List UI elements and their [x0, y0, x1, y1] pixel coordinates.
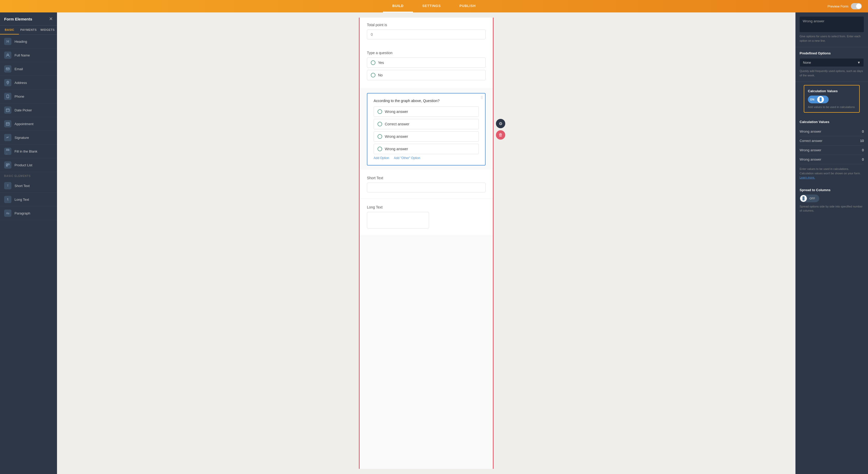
dropdown-chevron-icon: ▼	[857, 61, 861, 64]
sidebar-title: Form Elements	[4, 17, 32, 21]
calc-row-1-value[interactable]: 10	[860, 139, 864, 143]
radio-yes[interactable]	[371, 60, 375, 65]
sidebar-item-label: Phone	[14, 95, 24, 98]
email-icon	[4, 65, 11, 72]
calc-values-highlighted-wrapper: Calculation Values ON Add values to be u…	[796, 82, 868, 116]
sidebar-item-label: Appointment	[14, 122, 33, 126]
gear-button[interactable]: ⚙	[496, 119, 505, 128]
spread-toggle[interactable]: OFF	[800, 194, 819, 202]
sidebar-item-appointment[interactable]: Appointment	[0, 117, 57, 131]
tab-publish[interactable]: PUBLISH	[450, 0, 485, 12]
sidebar-item-shorttext[interactable]: T Short Text	[0, 179, 57, 193]
sidebar-close-button[interactable]: ✕	[49, 16, 53, 22]
top-nav: BUILD SETTINGS PUBLISH Preview Form	[0, 0, 868, 12]
calc-row-0-label: Wrong answer	[800, 129, 822, 133]
svg-point-2	[7, 82, 8, 83]
longtext-icon: ¶	[4, 196, 11, 203]
paragraph-icon: Aa	[4, 210, 11, 217]
calc-row-1-label: Correct answer	[800, 139, 823, 143]
sidebar-tabs: BASIC PAYMENTS WIDGETS	[0, 26, 57, 35]
calc-row-3-value[interactable]: 0	[862, 157, 864, 161]
spread-helper: Spread options side by side into specifi…	[800, 204, 864, 213]
sidebar-item-fullname[interactable]: Full Name	[0, 49, 57, 62]
tab-build[interactable]: BUILD	[383, 0, 413, 12]
long-text-textarea[interactable]	[367, 212, 429, 228]
short-text-input[interactable]	[367, 183, 486, 192]
radio-wrong-3[interactable]	[377, 147, 382, 151]
form-canvas-area: Total point is Type a question Yes No Ac…	[57, 12, 796, 474]
delete-button[interactable]: 🗑	[496, 130, 505, 139]
calc-values-title: Calculation Values	[800, 120, 864, 124]
add-option-link[interactable]: Add Option	[374, 156, 389, 160]
option-yes: Yes	[367, 58, 486, 68]
add-other-option-link[interactable]: Add "Other" Option	[394, 156, 420, 160]
calc-row-2-label: Wrong answer	[800, 148, 822, 152]
signature-icon	[4, 134, 11, 141]
radio-wrong-2[interactable]	[377, 134, 382, 139]
nav-tabs: BUILD SETTINGS PUBLISH	[383, 0, 485, 12]
fullname-icon	[4, 52, 11, 59]
sidebar-item-email[interactable]: Email	[0, 62, 57, 76]
sidebar-item-phone[interactable]: Phone	[0, 90, 57, 103]
add-option-row: Add Option Add "Other" Option	[374, 156, 479, 160]
sidebar-item-productlist[interactable]: Product List	[0, 158, 57, 172]
radio-correct[interactable]	[377, 122, 382, 126]
sidebar-item-paragraph[interactable]: Aa Paragraph	[0, 207, 57, 220]
sidebar-item-label: Signature	[14, 136, 29, 139]
predefined-title: Predefined Options	[800, 51, 864, 55]
svg-rect-6	[6, 164, 7, 165]
heading-icon: H	[4, 38, 11, 45]
sidebar-item-longtext[interactable]: ¶ Long Text	[0, 193, 57, 207]
long-text-label: Long Text	[367, 205, 486, 209]
option-yes-label: Yes	[378, 61, 384, 65]
datepicker-icon	[4, 106, 11, 114]
spread-section: Spread to Columns OFF Spread options sid…	[796, 184, 868, 217]
svg-rect-7	[8, 164, 9, 165]
wrong-answer-box[interactable]: Wrong answer	[800, 17, 864, 32]
toggle-knob-on	[817, 96, 824, 103]
sidebar-item-heading[interactable]: H Heading	[0, 35, 57, 49]
aq-option-0: Wrong answer	[374, 106, 479, 117]
total-point-input[interactable]	[367, 30, 486, 39]
phone-icon	[4, 93, 11, 100]
drag-handle[interactable]: ⠿	[480, 96, 483, 100]
predefined-select[interactable]: None ▼	[800, 58, 864, 67]
sidebar-item-address[interactable]: Address	[0, 76, 57, 90]
learn-more-link[interactable]: Learn more.	[800, 176, 815, 179]
svg-rect-8	[6, 165, 7, 166]
toggle-knob	[856, 4, 861, 9]
sidebar-tab-payments[interactable]: PAYMENTS	[19, 26, 38, 34]
sidebar-item-signature[interactable]: Signature	[0, 131, 57, 145]
sidebar-item-label: Long Text	[14, 198, 29, 201]
sidebar-header: Form Elements ✕	[0, 12, 57, 26]
off-label: OFF	[807, 197, 817, 200]
sidebar-item-datepicker[interactable]: Date Picker	[0, 103, 57, 117]
sidebar-item-label: Short Text	[14, 184, 30, 188]
svg-point-3	[7, 97, 8, 98]
sidebar-tab-basic[interactable]: BASIC	[0, 26, 19, 34]
sidebar-item-label: Heading	[14, 40, 27, 43]
add-values-helper: Add values to be used in calculations	[808, 105, 856, 108]
aq-option-0-label: Wrong answer	[385, 109, 408, 114]
tab-settings[interactable]: SETTINGS	[413, 0, 450, 12]
radio-wrong-0[interactable]	[377, 109, 382, 114]
radio-no[interactable]	[371, 73, 375, 77]
calc-values-box-title: Calculation Values	[808, 89, 856, 93]
main-layout: Form Elements ✕ BASIC PAYMENTS WIDGETS H…	[0, 12, 868, 474]
address-icon	[4, 79, 11, 86]
calc-row-0-value[interactable]: 0	[862, 129, 864, 133]
toggle-knob-off	[800, 195, 807, 202]
aq-option-2-label: Wrong answer	[385, 134, 408, 138]
sidebar-item-fillinblank[interactable]: Ab_ Fill in the Blank	[0, 145, 57, 158]
aq-option-1: Correct answer	[374, 119, 479, 129]
right-panel: Wrong answer Give options for users to s…	[796, 12, 868, 474]
aq-option-1-label: Correct answer	[385, 122, 409, 126]
calc-values-toggle[interactable]: ON	[808, 96, 829, 103]
calc-enter-text: Enter values to be used in calculations.…	[800, 167, 864, 180]
preview-toggle[interactable]	[851, 3, 862, 9]
calc-row-2: Wrong answer 0	[800, 146, 864, 155]
calc-values-highlighted-box: Calculation Values ON Add values to be u…	[804, 85, 860, 113]
calc-row-2-value[interactable]: 0	[862, 148, 864, 152]
sidebar-tab-widgets[interactable]: WIDGETS	[38, 26, 57, 34]
knob-inner-off	[802, 196, 805, 200]
